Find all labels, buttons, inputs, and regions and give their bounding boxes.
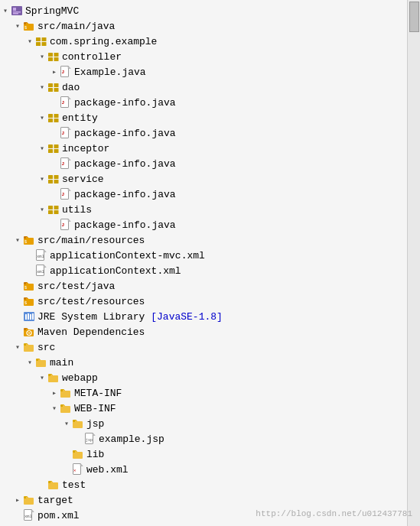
tree-label-springmvc: SpringMVC [25,5,79,17]
scrollbar[interactable] [407,0,420,526]
tree-arrow-example-java[interactable]: ▸ [49,67,60,77]
tree-arrow-appcontext-mvc [24,250,35,261]
tree-item-dao[interactable]: ▾ dao [0,80,407,95]
tree-arrow-pom-xml [12,510,23,521]
xml-x-icon: ✕ [72,463,84,476]
tree-item-appcontext[interactable]: xml applicationContext.xml [0,263,407,278]
svg-text:J: J [62,161,65,167]
svg-text:xml: xml [24,514,32,519]
tree-arrow-service[interactable]: ▾ [37,174,47,184]
tree-arrow-appcontext [24,265,35,276]
svg-rect-12 [48,53,53,57]
svg-rect-36 [48,144,53,148]
tree-item-lib[interactable]: lib [0,446,407,462]
tree-item-src-test-java[interactable]: S src/test/java [0,278,407,294]
svg-rect-10 [36,42,41,46]
tree-arrow-utils[interactable]: ▾ [37,204,47,215]
tree-arrow-src-main-resources[interactable]: ▾ [12,235,23,245]
tree-arrow-entity[interactable]: ▾ [37,112,47,123]
tree-arrow-web-inf[interactable]: ▾ [49,403,60,414]
tree-arrow-test [37,479,47,490]
tree-item-jre-system[interactable]: JRE System Library [JavaSE-1.8] [0,309,407,324]
tree-item-controller[interactable]: ▾ controller [0,49,407,64]
svg-rect-87 [26,329,28,330]
folder-icon [23,341,35,353]
folder-icon [35,356,47,369]
tree-arrow-controller[interactable]: ▾ [37,51,47,62]
tree-label-service: service [62,174,104,185]
tree-item-example-jsp[interactable]: jsp example.jsp [0,431,407,446]
tree-arrow-src[interactable]: ▾ [12,342,23,352]
tree-item-webapp[interactable]: ▾ webapp [0,370,407,385]
tree-arrow-main[interactable]: ▾ [24,357,35,368]
library-icon [23,310,35,323]
tree-item-target[interactable]: ▸ target [0,492,407,508]
tree-label-jre-system: JRE System Library [JavaSE-1.8] [37,311,223,323]
folder-icon [60,402,72,414]
tree-label-src-test-resources: src/test/resources [37,296,145,307]
svg-point-89 [28,333,30,334]
svg-rect-98 [50,375,53,376]
tree-arrow-web-xml [61,464,72,475]
tree-item-service[interactable]: ▾ service [0,171,407,187]
tree-item-src-test-resources[interactable]: S src/test/resources [0,294,407,309]
tree-item-entity-package-info[interactable]: J package-info.java [0,125,407,141]
folder-icon [60,387,72,399]
tree-item-meta-inf[interactable]: ▸ META-INF [0,385,407,401]
file-tree-panel[interactable]: ▾ SpringMVC▾ S src/main/java▾ com.spring… [0,0,407,526]
svg-text:J: J [62,192,65,197]
tree-arrow-src-test-resources [12,296,23,307]
tree-arrow-webapp[interactable]: ▾ [37,372,47,383]
svg-rect-52 [48,206,53,209]
tree-item-src-main-resources[interactable]: ▾ S src/main/resources [0,232,407,248]
svg-rect-74 [26,283,28,284]
tree-item-maven-dep[interactable]: Maven Dependencies [0,324,407,339]
svg-rect-23 [54,88,59,92]
svg-rect-11 [42,42,47,46]
tree-item-web-inf[interactable]: ▾ WEB-INF [0,401,407,416]
folder-icon [47,479,60,491]
tree-arrow-com-spring-example[interactable]: ▾ [24,36,35,47]
tree-item-appcontext-mvc[interactable]: xml applicationContext-mvc.xml [0,248,407,263]
tree-item-web-xml[interactable]: ✕ web.xml [0,462,407,477]
tree-label-service-package-info: package-info.java [74,189,176,200]
svg-rect-55 [54,210,59,214]
svg-rect-44 [48,175,53,179]
tree-item-jsp[interactable]: ▾ jsp [0,416,407,431]
tree-arrow-utils-package-info [49,219,60,230]
tree-item-src-main-java[interactable]: ▾ S src/main/java [0,18,407,34]
tree-item-src[interactable]: ▾ src [0,339,407,355]
java-icon: J [60,157,72,170]
java-icon: J [60,127,72,139]
tree-item-utils-package-info[interactable]: J package-info.java [0,217,407,232]
tree-arrow-target[interactable]: ▸ [12,495,23,505]
svg-text:S: S [24,240,27,245]
tree-item-example-java[interactable]: ▸ J Example.java [0,64,407,80]
tree-item-main[interactable]: ▾ main [0,355,407,370]
tree-item-dao-package-info[interactable]: J package-info.java [0,95,407,110]
tree-arrow-src-main-java[interactable]: ▾ [12,21,23,31]
tree-item-test[interactable]: test [0,477,407,492]
tree-item-springmvc[interactable]: ▾ SpringMVC [0,3,407,18]
tree-item-inceptor-package-info[interactable]: J package-info.java [0,156,407,171]
tree-item-inceptor[interactable]: ▾ inceptor [0,141,407,156]
tree-item-com-spring-example[interactable]: ▾ com.spring.example [0,34,407,49]
tree-label-inceptor: inceptor [62,143,109,154]
tree-arrow-service-package-info [49,189,60,200]
tree-label-inceptor-package-info: package-info.java [74,158,176,170]
tree-item-service-package-info[interactable]: J package-info.java [0,187,407,202]
tree-arrow-springmvc[interactable]: ▾ [0,5,11,16]
tree-item-utils[interactable]: ▾ utils [0,202,407,217]
tree-arrow-dao[interactable]: ▾ [37,82,47,93]
svg-text:S: S [24,301,27,306]
tree-label-appcontext-mvc: applicationContext-mvc.xml [50,250,205,261]
tree-label-com-spring-example: com.spring.example [50,36,157,47]
tree-item-entity[interactable]: ▾ entity [0,110,407,125]
tree-label-meta-inf: META-INF [74,388,122,399]
tree-arrow-inceptor[interactable]: ▾ [37,143,47,154]
tree-arrow-meta-inf[interactable]: ▸ [49,388,60,398]
scrollbar-thumb[interactable] [409,2,419,32]
jsp-icon: jsp [84,433,96,445]
tree-arrow-jsp[interactable]: ▾ [61,418,72,429]
svg-rect-30 [48,119,53,122]
